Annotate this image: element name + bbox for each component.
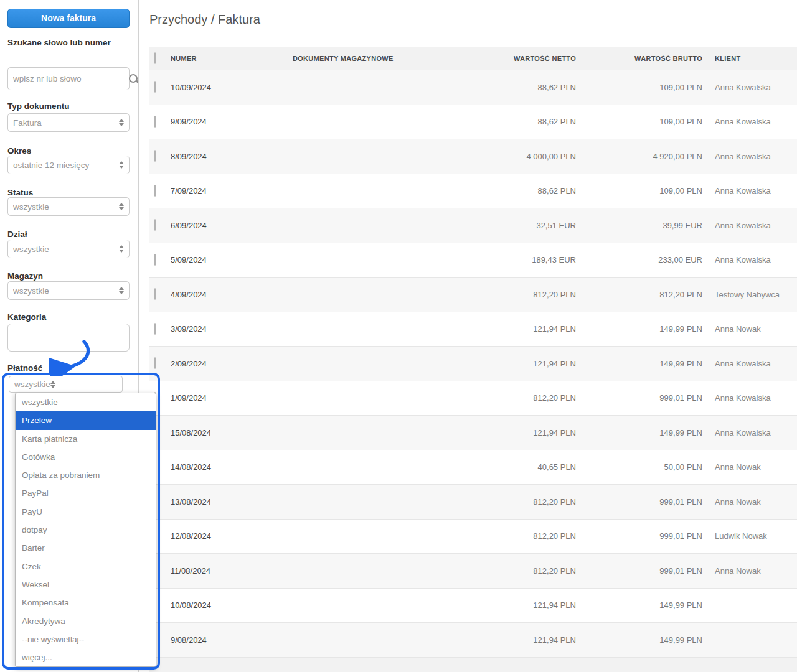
select-value: wszystkie — [13, 202, 118, 212]
new-invoice-button[interactable]: Nowa faktura — [7, 9, 130, 28]
dropdown-option[interactable]: Karta płatnicza — [16, 430, 156, 448]
column-header-wartosc-brutto[interactable]: WARTOŚĆ BRUTTO — [576, 55, 702, 62]
invoice-number-link[interactable]: 11/08/2024 — [167, 566, 286, 576]
gross-value-cell: 109,00 PLN — [576, 186, 702, 195]
table-row: 1/09/2024 812,20 PLN 999,01 PLN Anna Kow… — [149, 381, 797, 416]
net-value-cell: 4 000,00 PLN — [461, 152, 576, 161]
dropdown-option[interactable]: wszystkie — [16, 393, 156, 411]
search-field-wrap — [7, 67, 130, 90]
select-okres[interactable]: ostatnie 12 miesięcy — [7, 156, 130, 174]
gross-value-cell: 109,00 PLN — [576, 117, 702, 126]
dropdown-option[interactable]: Akredytywa — [16, 612, 156, 630]
client-link[interactable]: Anna Kowalska — [702, 428, 797, 437]
dropdown-option[interactable]: Czek — [16, 558, 156, 576]
table-row: 4/09/2024 812,20 PLN 812,20 PLN Testowy … — [149, 278, 797, 312]
client-link[interactable]: Anna Kowalska — [702, 186, 797, 195]
row-checkbox[interactable] — [154, 288, 156, 300]
invoice-number-link[interactable]: 15/08/2024 — [167, 428, 286, 437]
client-link[interactable]: Anna Nowak — [702, 497, 797, 506]
client-link[interactable]: Anna Kowalska — [702, 393, 797, 403]
invoice-number-link[interactable]: 13/08/2024 — [167, 497, 286, 506]
row-checkbox[interactable] — [154, 254, 156, 266]
table-row: 2/09/2024 121,94 PLN 149,99 PLN Anna Kow… — [149, 347, 797, 381]
dropdown-option[interactable]: Kompensata — [16, 594, 156, 612]
client-link[interactable]: Anna Kowalska — [702, 83, 797, 92]
table-body: 10/09/2024 88,62 PLN 109,00 PLN Anna Kow… — [149, 70, 797, 658]
gross-value-cell: 149,99 PLN — [576, 359, 702, 368]
dropdown-option[interactable]: Barter — [16, 539, 156, 557]
column-header-wartosc-netto[interactable]: WARTOŚĆ NETTO — [461, 55, 576, 62]
net-value-cell: 812,20 PLN — [461, 566, 576, 576]
client-link[interactable]: Anna Nowak — [702, 324, 797, 334]
invoice-number-link[interactable]: 6/09/2024 — [167, 221, 286, 230]
invoice-number-link[interactable]: 4/09/2024 — [167, 290, 286, 299]
select-typ-dokumentu[interactable]: Faktura — [7, 113, 130, 132]
select-platnosc[interactable]: wszystkie — [9, 376, 123, 393]
row-checkbox[interactable] — [154, 357, 156, 369]
select-all-checkbox[interactable] — [154, 52, 156, 64]
select-status[interactable]: wszystkie — [7, 197, 130, 216]
platnosc-dropdown-list: wszystkiePrzelewKarta płatniczaGotówkaOp… — [15, 393, 156, 667]
client-link[interactable]: Anna Kowalska — [702, 152, 797, 161]
client-link[interactable]: Anna Nowak — [702, 566, 797, 576]
dropdown-option[interactable]: Opłata za pobraniem — [16, 466, 156, 484]
client-link[interactable]: Anna Nowak — [702, 462, 797, 472]
column-header-klient[interactable]: KLIENT — [702, 55, 797, 62]
invoice-number-link[interactable]: 10/08/2024 — [167, 600, 286, 610]
net-value-cell: 32,51 EUR — [461, 221, 576, 230]
filter-label-kategoria: Kategoria — [7, 312, 132, 322]
net-value-cell: 121,94 PLN — [461, 428, 576, 437]
row-checkbox[interactable] — [154, 219, 156, 231]
client-link[interactable]: Anna Kowalska — [702, 255, 797, 264]
client-link[interactable]: Anna Kowalska — [702, 359, 797, 368]
dropdown-option[interactable]: dotpay — [16, 521, 156, 539]
invoice-number-link[interactable]: 9/09/2024 — [167, 117, 286, 126]
net-value-cell: 88,62 PLN — [461, 117, 576, 126]
net-value-cell: 121,94 PLN — [461, 324, 576, 334]
invoice-number-link[interactable]: 5/09/2024 — [167, 255, 286, 264]
row-checkbox[interactable] — [154, 185, 156, 197]
dropdown-option[interactable]: Przelew — [16, 411, 156, 429]
table-row: 9/08/2024 121,94 PLN 149,99 PLN — [149, 623, 797, 658]
kategoria-input[interactable] — [7, 324, 130, 352]
invoice-number-link[interactable]: 1/09/2024 — [167, 393, 286, 403]
net-value-cell: 121,94 PLN — [461, 635, 576, 645]
client-link[interactable]: Anna Kowalska — [702, 117, 797, 126]
invoice-number-link[interactable]: 12/08/2024 — [167, 531, 286, 541]
table-row: 15/08/2024 121,94 PLN 149,99 PLN Anna Ko… — [149, 416, 797, 450]
table-row: 13/08/2024 812,20 PLN 999,01 PLN Anna No… — [149, 485, 797, 520]
invoice-number-link[interactable]: 14/08/2024 — [167, 462, 286, 472]
invoice-number-link[interactable]: 7/09/2024 — [167, 186, 286, 195]
dropdown-option[interactable]: Gotówka — [16, 448, 156, 466]
chevron-updown-icon — [118, 245, 124, 253]
column-header-numer[interactable]: NUMER — [167, 55, 286, 62]
search-input[interactable] — [8, 74, 128, 83]
invoice-number-link[interactable]: 9/08/2024 — [167, 635, 286, 645]
dropdown-option[interactable]: PayPal — [16, 484, 156, 502]
invoice-number-link[interactable]: 2/09/2024 — [167, 359, 286, 368]
row-checkbox[interactable] — [154, 116, 156, 128]
select-value: ostatnie 12 miesięcy — [13, 161, 118, 170]
row-checkbox[interactable] — [154, 81, 156, 93]
select-dzial[interactable]: wszystkie — [7, 240, 130, 258]
row-checkbox[interactable] — [154, 150, 156, 162]
table-row: 6/09/2024 32,51 EUR 39,99 EUR Anna Kowal… — [149, 208, 797, 243]
dropdown-option[interactable]: --nie wyświetlaj-- — [16, 630, 156, 648]
invoice-number-link[interactable]: 10/09/2024 — [167, 83, 286, 92]
select-value: Faktura — [13, 118, 118, 128]
dropdown-option[interactable]: Weksel — [16, 576, 156, 594]
row-checkbox[interactable] — [154, 323, 156, 335]
column-header-dokumenty-magazynowe[interactable]: DOKUMENTY MAGAZYNOWE — [286, 55, 461, 62]
client-link[interactable]: Ludwik Nowak — [702, 531, 797, 541]
net-value-cell: 121,94 PLN — [461, 359, 576, 368]
dropdown-option[interactable]: PayU — [16, 503, 156, 521]
dropdown-option[interactable]: więcej... — [16, 648, 156, 666]
client-link[interactable]: Testowy Nabywca — [702, 290, 797, 299]
table-row: 10/09/2024 88,62 PLN 109,00 PLN Anna Kow… — [149, 70, 797, 105]
select-magazyn[interactable]: wszystkie — [7, 281, 130, 300]
invoice-number-link[interactable]: 3/09/2024 — [167, 324, 286, 334]
next-row-partial — [149, 658, 797, 672]
invoice-number-link[interactable]: 8/09/2024 — [167, 152, 286, 161]
filter-label-platnosc: Płatność — [7, 363, 132, 373]
client-link[interactable]: Anna Kowalska — [702, 221, 797, 230]
